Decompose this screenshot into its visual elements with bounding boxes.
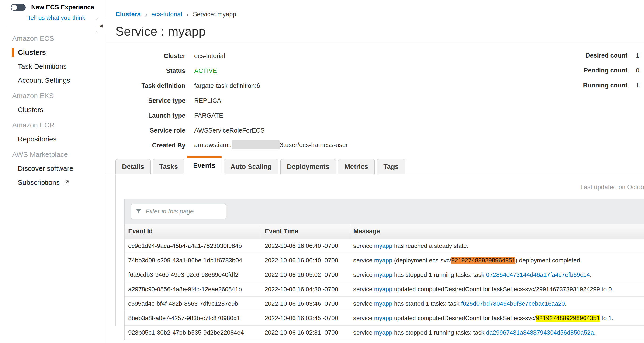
section-header-amazon-ecs: Amazon ECS — [0, 34, 106, 43]
sidebar-item-clusters-ecs[interactable]: Clusters — [12, 48, 106, 57]
message-text: ) deployment completed. — [515, 257, 582, 264]
sidebar-item-label: Account Settings — [18, 76, 70, 85]
breadcrumb-current: Service: myapp — [193, 11, 236, 18]
table-row: 8beb3a8f-a0e7-4257-983b-c7fc870980d12022… — [124, 311, 644, 326]
sidebar-item-repositories[interactable]: Repositories — [0, 135, 106, 143]
message-text: to 1. — [600, 315, 614, 322]
tab-tasks[interactable]: Tasks — [153, 159, 184, 174]
feedback-link[interactable]: Tell us what you think — [28, 14, 106, 21]
event-time-cell: 2022-10-06 16:04:30 -0700 — [261, 282, 350, 297]
event-message-link[interactable]: 072854d473144d46a17fa4c7efb59c14 — [486, 271, 590, 278]
detail-label: Service type — [116, 97, 185, 104]
event-id-cell: f6a9cdb3-9460-49e3-b2c6-98669e40fdf2 — [124, 268, 261, 282]
sidebar-item-label: Subscriptions — [18, 178, 60, 187]
main-content: Clusters › ecs-tutorial › Service: myapp… — [106, 0, 644, 343]
message-text: service — [353, 242, 374, 249]
event-message-link[interactable]: myapp — [374, 329, 392, 336]
event-message-cell: service myapp updated computedDesiredCou… — [350, 311, 644, 326]
cluster-link[interactable]: ecs-tutorial — [194, 52, 225, 60]
tab-details[interactable]: Details — [116, 159, 150, 174]
event-message-link[interactable]: myapp — [374, 271, 392, 278]
highlighted-deployment-id: 9219274889298964351 — [452, 257, 516, 264]
sidebar-item-clusters-eks[interactable]: Clusters — [0, 106, 106, 114]
message-text: service — [353, 329, 374, 336]
sidebar-item-subscriptions[interactable]: Subscriptions — [0, 178, 106, 187]
sidebar-divider — [7, 27, 98, 27]
message-text: . — [590, 271, 592, 278]
event-message-link[interactable]: myapp — [374, 257, 392, 264]
count-label: Running count — [572, 82, 628, 89]
filter-funnel-icon — [135, 208, 142, 215]
detail-row-cluster: Cluster ecs-tutorial — [106, 48, 644, 63]
title-divider — [106, 43, 644, 43]
launch-type-value: FARGATE — [194, 112, 223, 119]
event-message-link[interactable]: myapp — [374, 300, 392, 307]
event-id-cell: 74bb3d09-c209-43a1-96be-1db1f6783b04 — [124, 253, 261, 268]
tab-tags[interactable]: Tags — [377, 159, 405, 174]
redacted-account-id — [232, 140, 280, 149]
count-row-pending: Pending count 0 — [572, 63, 639, 78]
sidebar-item-label: Task Definitions — [18, 62, 67, 71]
message-text: service — [353, 286, 374, 293]
event-message-link[interactable]: myapp — [374, 242, 392, 249]
event-message-cell: service myapp has reached a steady state… — [350, 239, 644, 253]
event-message-cell: service myapp has stopped 1 running task… — [350, 268, 644, 282]
tab-metrics[interactable]: Metrics — [338, 159, 375, 174]
sidebar-item-discover-software[interactable]: Discover software — [0, 164, 106, 173]
message-text: . — [594, 329, 596, 336]
events-toolbar — [124, 199, 644, 224]
table-row: ec9e1d94-9aca-45b4-a4a1-7823030fe84b2022… — [124, 239, 644, 253]
message-text: service — [353, 300, 374, 307]
table-row: f6a9cdb3-9460-49e3-b2c6-98669e40fdf22022… — [124, 268, 644, 282]
task-counts: Desired count 1 Pending count 0 Running … — [572, 48, 639, 93]
created-by-prefix: arn:aws:iam:: — [194, 141, 232, 148]
detail-row-created-by: Created By arn:aws:iam::3:user/ecs-harne… — [106, 138, 644, 153]
page-title: Service : myapp — [116, 24, 644, 38]
filter-input[interactable] — [130, 204, 226, 219]
tab-deployments[interactable]: Deployments — [280, 159, 336, 174]
breadcrumb-link-clusters[interactable]: Clusters — [116, 11, 140, 18]
new-ecs-experience-toggle[interactable] — [11, 4, 26, 11]
breadcrumb: Clusters › ecs-tutorial › Service: myapp — [106, 0, 644, 18]
task-definition-link[interactable]: fargate-task-definition:6 — [194, 82, 260, 89]
event-message-link[interactable]: da29967431a3483794304d56d850a52a — [486, 329, 594, 336]
event-message-cell: service myapp has started 1 tasks: task … — [350, 297, 644, 311]
message-text: has stopped 1 running tasks: task — [392, 271, 486, 278]
status-badge: ACTIVE — [194, 67, 217, 74]
highlighted-deployment-id: 9219274889298964351 — [536, 315, 600, 322]
event-id-cell: 923b05c1-30b2-47bb-b535-9d2be22084e4 — [124, 326, 261, 340]
events-panel: Last updated on Octob Event Id Event — [116, 174, 644, 326]
section-header-aws-marketplace: AWS Marketplace — [0, 150, 106, 159]
new-ecs-experience-row: New ECS Experience — [0, 0, 106, 11]
event-message-link[interactable]: myapp — [374, 286, 392, 293]
message-text: updated computedDesiredCount for taskSet… — [392, 315, 536, 322]
breadcrumb-separator-icon: › — [145, 11, 147, 17]
event-time-cell: 2022-10-06 16:05:02 -0700 — [261, 268, 350, 282]
message-text: service — [353, 315, 374, 322]
event-message-link[interactable]: myapp — [374, 315, 392, 322]
count-label: Pending count — [572, 67, 628, 74]
event-time-cell: 2022-10-06 16:06:40 -0700 — [261, 253, 350, 268]
service-type-value: REPLICA — [194, 97, 221, 104]
sidebar-collapse-button[interactable]: ◀ — [96, 18, 106, 33]
detail-row-launch-type: Launch type FARGATE — [106, 108, 644, 123]
table-row: 923b05c1-30b2-47bb-b535-9d2be22084e42022… — [124, 326, 644, 340]
event-message-cell: service myapp has stopped 1 running task… — [350, 326, 644, 340]
toggle-knob-icon — [12, 5, 17, 10]
sidebar-item-task-definitions[interactable]: Task Definitions — [0, 62, 106, 71]
detail-row-service-role: Service role AWSServiceRoleForECS — [106, 123, 644, 138]
message-text: service — [353, 271, 374, 278]
message-text: . — [565, 300, 566, 307]
event-message-link[interactable]: f025d07bd780454b9f8e7cebac16aa20 — [461, 300, 565, 307]
sidebar-item-account-settings[interactable]: Account Settings — [0, 76, 106, 85]
detail-label: Status — [116, 67, 185, 74]
breadcrumb-link-ecs-tutorial[interactable]: ecs-tutorial — [151, 11, 182, 18]
new-ecs-experience-label: New ECS Experience — [31, 4, 94, 11]
event-id-cell: ec9e1d94-9aca-45b4-a4a1-7823030fe84b — [124, 239, 261, 253]
created-by-suffix: 3:user/ecs-harness-user — [280, 141, 348, 148]
desired-count-value: 1 — [636, 52, 639, 59]
tab-auto-scaling[interactable]: Auto Scaling — [224, 159, 278, 174]
tab-events[interactable]: Events — [186, 156, 222, 174]
created-by-value: arn:aws:iam::3:user/ecs-harness-user — [194, 140, 348, 151]
detail-label: Task definition — [116, 82, 185, 89]
